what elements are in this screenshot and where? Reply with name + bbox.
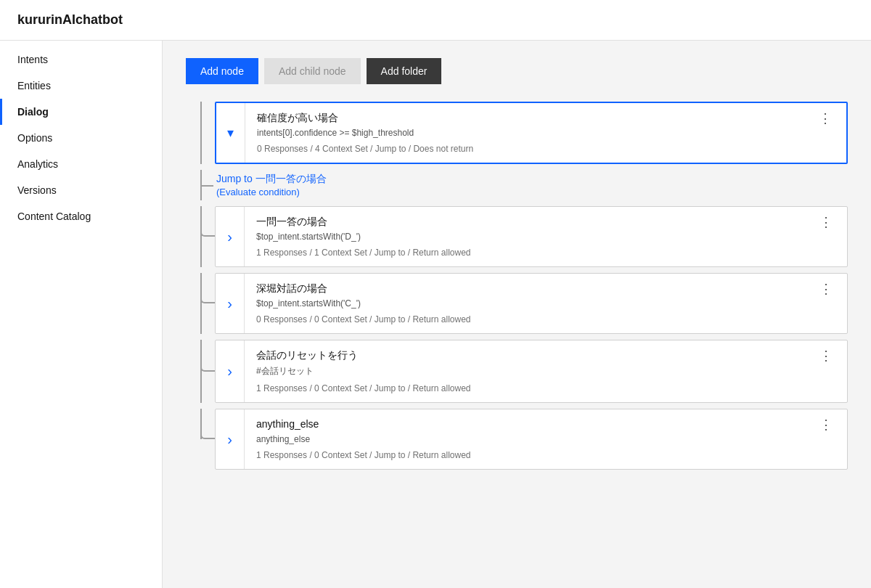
layout: IntentsEntitiesDialogOptionsAnalyticsVer… xyxy=(0,41,871,588)
root-node-title: 確信度が高い場合 xyxy=(257,112,338,125)
child-node-body-1: 深堀対話の場合⋮$top_intent.startsWith('C_')0 Re… xyxy=(245,274,847,333)
child-node-toggle-3[interactable]: › xyxy=(216,409,245,469)
jump-horiz-line xyxy=(200,185,213,187)
child-node-meta-0: 1 Responses / 1 Context Set / Jump to / … xyxy=(256,248,835,258)
root-node-card: ▾ 確信度が高い場合 ⋮ intents[0].confidence >= $h… xyxy=(215,102,848,164)
root-node-condition: intents[0].confidence >= $high_threshold xyxy=(257,128,835,138)
jump-to-text: 一問一答の場合 xyxy=(255,173,327,184)
app-title: kururinAIchatbot xyxy=(17,12,123,28)
child-node-meta-1: 0 Responses / 0 Context Set / Jump to / … xyxy=(256,314,835,324)
child-node-meta-3: 1 Responses / 0 Context Set / Jump to / … xyxy=(256,450,835,460)
main-content: Add node Add child node Add folder ▾ xyxy=(163,41,871,588)
add-node-button[interactable]: Add node xyxy=(186,58,258,84)
child-node-title-0: 一問一答の場合 xyxy=(256,216,327,229)
sidebar-item-analytics[interactable]: Analytics xyxy=(0,151,162,177)
jump-to-suffix: (Evaluate condition) xyxy=(216,187,300,197)
root-node-body: 確信度が高い場合 ⋮ intents[0].confidence >= $hig… xyxy=(245,103,846,163)
child-curve-2 xyxy=(200,340,215,372)
child-node-toggle-0[interactable]: › xyxy=(216,207,245,266)
toolbar: Add node Add child node Add folder xyxy=(186,58,848,84)
sidebar-item-dialog[interactable]: Dialog xyxy=(0,99,162,125)
child-connector-2 xyxy=(186,340,215,403)
root-node-header: 確信度が高い場合 ⋮ xyxy=(257,112,835,125)
child-node-card-0: ›一問一答の場合⋮$top_intent.startsWith('D_')1 R… xyxy=(215,206,848,267)
child-node-toggle-2[interactable]: › xyxy=(216,340,245,402)
child-node-condition-2: #会話リセット xyxy=(256,365,835,377)
child-node-toggle-1[interactable]: › xyxy=(216,274,245,333)
child-node-menu-icon-0[interactable]: ⋮ xyxy=(817,216,835,229)
sidebar-item-options[interactable]: Options xyxy=(0,125,162,151)
child-curve-1 xyxy=(200,273,215,303)
child-node-title-3: anything_else xyxy=(256,418,319,430)
child-node-menu-icon-2[interactable]: ⋮ xyxy=(817,349,835,362)
child-node-condition-0: $top_intent.startsWith('D_') xyxy=(256,232,835,242)
sidebar-item-content-catalog[interactable]: Content Catalog xyxy=(0,203,162,229)
child-connector-0 xyxy=(186,206,215,267)
child-node-row-3: ›anything_else⋮anything_else1 Responses … xyxy=(186,409,848,470)
jump-link-container: Jump to 一問一答の場合 (Evaluate condition) xyxy=(215,170,848,200)
vert-line xyxy=(200,102,202,164)
child-node-header-1: 深堀対話の場合⋮ xyxy=(256,282,835,295)
app-header: kururinAIchatbot xyxy=(0,0,871,41)
dialog-tree: ▾ 確信度が高い場合 ⋮ intents[0].confidence >= $h… xyxy=(186,102,848,470)
child-connector-1 xyxy=(186,273,215,334)
child-node-body-2: 会話のリセットを行う⋮#会話リセット1 Responses / 0 Contex… xyxy=(245,340,847,402)
sidebar-item-intents[interactable]: Intents xyxy=(0,46,162,73)
child-node-header-0: 一問一答の場合⋮ xyxy=(256,216,835,229)
root-node-menu-icon[interactable]: ⋮ xyxy=(816,112,835,125)
sidebar-item-versions[interactable]: Versions xyxy=(0,177,162,203)
jump-to-link[interactable]: Jump to 一問一答の場合 (Evaluate condition) xyxy=(216,173,327,197)
child-node-card-3: ›anything_else⋮anything_else1 Responses … xyxy=(215,409,848,470)
root-connector xyxy=(186,102,215,164)
jump-connector xyxy=(186,170,215,200)
sidebar-item-entities[interactable]: Entities xyxy=(0,73,162,99)
child-node-header-2: 会話のリセットを行う⋮ xyxy=(256,349,835,362)
add-folder-button[interactable]: Add folder xyxy=(367,58,442,84)
root-node-meta: 0 Responses / 4 Context Set / Jump to / … xyxy=(257,144,835,154)
child-node-card-1: ›深堀対話の場合⋮$top_intent.startsWith('C_')0 R… xyxy=(215,273,848,334)
child-node-menu-icon-3[interactable]: ⋮ xyxy=(817,418,835,431)
child-node-condition-1: $top_intent.startsWith('C_') xyxy=(256,298,835,309)
child-connector-3 xyxy=(186,409,215,470)
child-node-row-2: ›会話のリセットを行う⋮#会話リセット1 Responses / 0 Conte… xyxy=(186,340,848,403)
child-nodes-container: ›一問一答の場合⋮$top_intent.startsWith('D_')1 R… xyxy=(186,206,848,470)
child-node-row-0: ›一問一答の場合⋮$top_intent.startsWith('D_')1 R… xyxy=(186,206,848,267)
root-node-toggle[interactable]: ▾ xyxy=(216,103,245,163)
child-node-title-2: 会話のリセットを行う xyxy=(256,349,358,362)
child-curve-3 xyxy=(200,409,215,439)
child-node-menu-icon-1[interactable]: ⋮ xyxy=(817,282,835,295)
jump-to-prefix: Jump to xyxy=(216,173,255,184)
add-child-node-button[interactable]: Add child node xyxy=(264,58,361,84)
child-node-row-1: ›深堀対話の場合⋮$top_intent.startsWith('C_')0 R… xyxy=(186,273,848,334)
app-container: kururinAIchatbot IntentsEntitiesDialogOp… xyxy=(0,0,871,588)
child-node-title-1: 深堀対話の場合 xyxy=(256,282,327,295)
child-node-meta-2: 1 Responses / 0 Context Set / Jump to / … xyxy=(256,383,835,393)
child-node-header-3: anything_else⋮ xyxy=(256,418,835,431)
sidebar: IntentsEntitiesDialogOptionsAnalyticsVer… xyxy=(0,41,163,588)
child-node-condition-3: anything_else xyxy=(256,434,835,444)
child-curve-0 xyxy=(200,206,215,237)
child-node-body-0: 一問一答の場合⋮$top_intent.startsWith('D_')1 Re… xyxy=(245,207,847,266)
child-node-card-2: ›会話のリセットを行う⋮#会話リセット1 Responses / 0 Conte… xyxy=(215,340,848,403)
child-node-body-3: anything_else⋮anything_else1 Responses /… xyxy=(245,409,847,469)
jump-to-section: Jump to 一問一答の場合 (Evaluate condition) xyxy=(186,170,848,200)
